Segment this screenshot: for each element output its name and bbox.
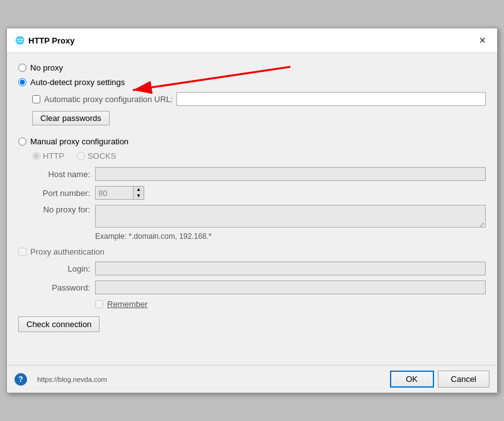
host-name-label: Host name: bbox=[32, 170, 95, 179]
bottom-right: OK Cancel bbox=[390, 371, 490, 388]
auto-proxy-url-input[interactable] bbox=[176, 92, 486, 106]
manual-proxy-option[interactable]: Manual proxy configuration bbox=[18, 137, 486, 146]
manual-proxy-label[interactable]: Manual proxy configuration bbox=[30, 137, 129, 146]
status-url: https://blog.nevda.com bbox=[37, 376, 107, 383]
http-radio[interactable] bbox=[32, 152, 40, 160]
login-row: Login: bbox=[32, 262, 486, 275]
protocol-row: HTTP SOCKS bbox=[32, 151, 486, 161]
http-proxy-dialog: 🌐 HTTP Proxy ✕ No proxy Auto-detect prox… bbox=[6, 28, 498, 393]
socks-label[interactable]: SOCKS bbox=[88, 151, 117, 161]
host-name-input[interactable] bbox=[95, 167, 486, 181]
login-input[interactable] bbox=[95, 262, 486, 275]
no-proxy-option[interactable]: No proxy bbox=[18, 63, 486, 72]
no-proxy-for-wrap: ⤢ bbox=[95, 205, 486, 229]
auto-proxy-url-checkbox[interactable] bbox=[32, 95, 40, 103]
port-number-input[interactable] bbox=[95, 186, 133, 200]
http-label[interactable]: HTTP bbox=[43, 151, 64, 161]
no-proxy-label[interactable]: No proxy bbox=[30, 63, 63, 72]
login-label: Login: bbox=[32, 264, 95, 274]
password-label: Password: bbox=[32, 283, 95, 292]
proxy-auth-check-row: Proxy authentication bbox=[18, 247, 486, 257]
close-button[interactable]: ✕ bbox=[476, 33, 490, 47]
auto-proxy-url-section: Automatic proxy configuration URL: Clear… bbox=[32, 92, 486, 132]
auto-proxy-url-row: Automatic proxy configuration URL: bbox=[32, 92, 486, 106]
password-row: Password: bbox=[32, 280, 486, 294]
socks-radio[interactable] bbox=[77, 152, 85, 160]
bottom-bar: ? https://blog.nevda.com OK Cancel bbox=[7, 365, 497, 393]
title-bar-left: 🌐 HTTP Proxy bbox=[14, 35, 74, 45]
help-button[interactable]: ? bbox=[14, 373, 27, 386]
proxy-auth-label[interactable]: Proxy authentication bbox=[30, 247, 105, 257]
proxy-icon: 🌐 bbox=[14, 35, 25, 45]
check-connection-button[interactable]: Check connection bbox=[18, 316, 100, 332]
no-proxy-for-input[interactable] bbox=[95, 205, 486, 228]
port-number-label: Port number: bbox=[32, 188, 95, 198]
port-decrement-button[interactable]: ▼ bbox=[134, 193, 144, 199]
cancel-button[interactable]: Cancel bbox=[438, 371, 490, 388]
port-input-wrap: ▲ ▼ bbox=[95, 186, 144, 200]
ok-button[interactable]: OK bbox=[390, 371, 434, 388]
manual-proxy-radio[interactable] bbox=[18, 137, 26, 146]
auto-proxy-url-label[interactable]: Automatic proxy configuration URL: bbox=[44, 95, 173, 104]
auto-detect-radio[interactable] bbox=[18, 78, 26, 86]
port-spinner: ▲ ▼ bbox=[133, 186, 144, 200]
expand-icon[interactable]: ⤢ bbox=[479, 221, 484, 228]
no-proxy-for-row: No proxy for: ⤢ bbox=[32, 205, 486, 229]
proxy-auth-section: Proxy authentication Login: Password: Re… bbox=[18, 247, 486, 309]
host-name-row: Host name: bbox=[32, 167, 486, 181]
auto-detect-label[interactable]: Auto-detect proxy settings bbox=[30, 78, 125, 87]
auto-detect-option[interactable]: Auto-detect proxy settings bbox=[18, 78, 486, 87]
password-input[interactable] bbox=[95, 280, 486, 294]
socks-protocol-option[interactable]: SOCKS bbox=[77, 151, 117, 161]
example-text: Example: *.domain.com, 192.168.* bbox=[95, 232, 486, 241]
clear-passwords-button[interactable]: Clear passwords bbox=[32, 111, 110, 125]
proxy-auth-checkbox[interactable] bbox=[18, 248, 26, 256]
no-proxy-for-label: No proxy for: bbox=[32, 205, 95, 214]
port-number-row: Port number: ▲ ▼ bbox=[32, 186, 486, 200]
dialog-content: No proxy Auto-detect proxy settings Auto… bbox=[7, 53, 497, 342]
port-increment-button[interactable]: ▲ bbox=[134, 187, 144, 193]
remember-label[interactable]: Remember bbox=[107, 299, 147, 309]
http-protocol-option[interactable]: HTTP bbox=[32, 151, 64, 161]
remember-checkbox[interactable] bbox=[95, 300, 103, 308]
bottom-left: ? https://blog.nevda.com bbox=[14, 373, 107, 386]
remember-row: Remember bbox=[95, 299, 486, 309]
dialog-title: HTTP Proxy bbox=[28, 36, 74, 45]
title-bar: 🌐 HTTP Proxy ✕ bbox=[7, 28, 497, 53]
no-proxy-radio[interactable] bbox=[18, 64, 26, 72]
